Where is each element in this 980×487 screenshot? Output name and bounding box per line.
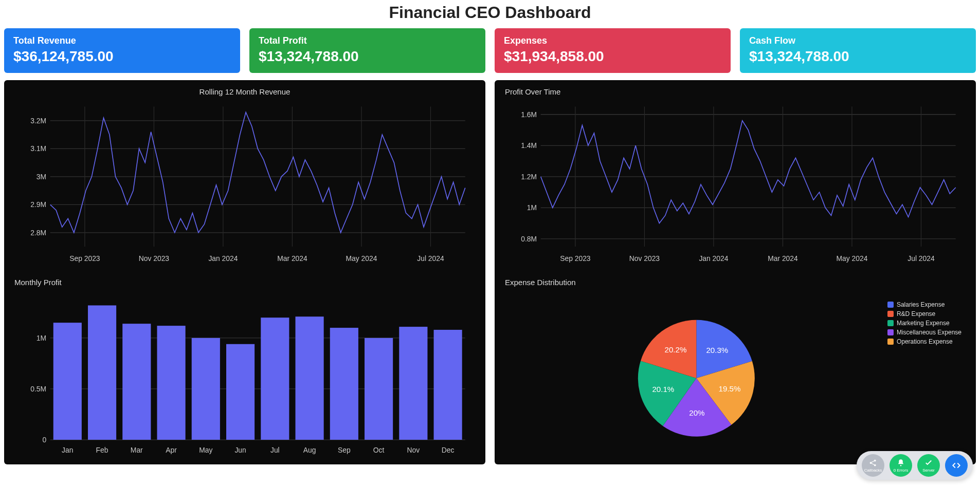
kpi-label: Cash Flow <box>749 35 967 46</box>
kpi-row: Total Revenue$36,124,785.00Total Profit$… <box>0 28 980 80</box>
svg-text:Dec: Dec <box>442 446 455 454</box>
chart-monthly-profit-plot[interactable]: 00.5M1MJanFebMarAprMayJunJulAugSepOctNov… <box>11 291 478 459</box>
bell-icon <box>896 458 905 464</box>
svg-text:1M: 1M <box>527 203 537 212</box>
share-icon <box>868 458 878 464</box>
svg-text:3.1M: 3.1M <box>30 144 46 153</box>
svg-text:Nov 2023: Nov 2023 <box>139 254 170 263</box>
svg-rect-42 <box>296 316 324 440</box>
svg-text:0.8M: 0.8M <box>521 235 537 243</box>
chart-title: Monthly Profit <box>11 278 478 287</box>
svg-rect-32 <box>122 324 151 440</box>
pie-legend[interactable]: Salaries ExpenseR&D ExpenseMarketing Exp… <box>887 301 961 347</box>
kpi-value: $13,324,788.00 <box>749 48 967 65</box>
svg-text:Sep 2023: Sep 2023 <box>69 254 100 263</box>
svg-text:1.6M: 1.6M <box>521 110 537 119</box>
svg-text:Nov: Nov <box>407 446 420 454</box>
code-icon <box>952 461 961 464</box>
svg-rect-40 <box>261 317 289 440</box>
svg-text:Jun: Jun <box>234 446 246 454</box>
svg-text:May 2024: May 2024 <box>346 254 377 263</box>
legend-item[interactable]: Operations Expense <box>887 338 961 345</box>
svg-rect-36 <box>192 338 220 440</box>
server-button[interactable]: Server <box>917 454 940 464</box>
svg-text:2.9M: 2.9M <box>30 200 46 209</box>
chart-revenue: Rolling 12 Month Revenue 2.8M2.9M3M3.1M3… <box>4 80 485 464</box>
svg-text:Aug: Aug <box>303 446 316 454</box>
svg-rect-30 <box>88 305 116 440</box>
svg-line-83 <box>872 463 875 464</box>
chart-title: Profit Over Time <box>502 87 969 96</box>
legend-item[interactable]: Marketing Expense <box>887 320 961 327</box>
errors-button[interactable]: 0 Errors <box>890 454 912 464</box>
dev-toolbar: Callbacks 0 Errors Server <box>857 451 973 464</box>
svg-rect-46 <box>365 338 393 440</box>
kpi-value: $13,324,788.00 <box>259 48 476 65</box>
svg-text:2.8M: 2.8M <box>30 229 46 237</box>
svg-text:Jan 2024: Jan 2024 <box>699 254 728 263</box>
toggle-button[interactable] <box>945 454 968 464</box>
legend-item[interactable]: Miscellaneous Expense <box>887 329 961 336</box>
kpi-label: Total Profit <box>259 35 476 46</box>
svg-rect-44 <box>330 328 358 440</box>
svg-text:1M: 1M <box>37 334 46 342</box>
svg-text:20.1%: 20.1% <box>652 385 674 394</box>
callbacks-button[interactable]: Callbacks <box>862 454 884 464</box>
kpi-value: $36,124,785.00 <box>13 48 231 65</box>
svg-text:Jul 2024: Jul 2024 <box>908 254 935 263</box>
legend-item[interactable]: R&D Expense <box>887 310 961 317</box>
svg-text:Mar: Mar <box>131 446 143 454</box>
kpi-card: Expenses$31,934,858.00 <box>495 28 731 73</box>
svg-text:Mar 2024: Mar 2024 <box>277 254 307 263</box>
check-icon <box>924 458 933 464</box>
svg-text:1.4M: 1.4M <box>521 141 537 149</box>
svg-text:Jan: Jan <box>62 446 73 454</box>
kpi-label: Expenses <box>504 35 721 46</box>
svg-rect-34 <box>157 326 185 440</box>
svg-text:Apr: Apr <box>166 446 177 454</box>
kpi-card: Total Profit$13,324,788.00 <box>249 28 485 73</box>
svg-text:0.5M: 0.5M <box>30 385 46 393</box>
chart-profit: Profit Over Time 0.8M1M1.2M1.4M1.6MSep 2… <box>495 80 976 464</box>
svg-rect-50 <box>434 330 462 440</box>
kpi-card: Total Revenue$36,124,785.00 <box>4 28 240 73</box>
svg-text:May 2024: May 2024 <box>837 254 868 263</box>
svg-text:May: May <box>199 446 212 454</box>
svg-text:20.2%: 20.2% <box>665 345 687 354</box>
legend-item[interactable]: Salaries Expense <box>887 301 961 308</box>
svg-text:3M: 3M <box>37 173 46 181</box>
kpi-label: Total Revenue <box>13 35 231 46</box>
svg-text:Feb: Feb <box>96 446 108 454</box>
svg-text:Mar 2024: Mar 2024 <box>768 254 798 263</box>
chart-profit-plot[interactable]: 0.8M1M1.2M1.4M1.6MSep 2023Nov 2023Jan 20… <box>502 100 969 269</box>
svg-text:20.3%: 20.3% <box>706 345 728 354</box>
svg-text:Jan 2024: Jan 2024 <box>208 254 238 263</box>
chart-title: Expense Distribution <box>502 278 969 287</box>
svg-text:1.2M: 1.2M <box>521 173 537 181</box>
svg-text:20%: 20% <box>689 408 704 417</box>
chart-title: Rolling 12 Month Revenue <box>11 87 478 96</box>
svg-text:Nov 2023: Nov 2023 <box>629 254 660 263</box>
svg-text:19.5%: 19.5% <box>719 384 741 393</box>
svg-rect-28 <box>53 323 82 440</box>
page-title: Financial CEO Dashboard <box>0 0 980 28</box>
kpi-value: $31,934,858.00 <box>504 48 721 65</box>
svg-line-82 <box>872 461 875 462</box>
svg-text:0: 0 <box>42 436 46 444</box>
chart-revenue-plot[interactable]: 2.8M2.9M3M3.1M3.2MSep 2023Nov 2023Jan 20… <box>11 100 478 269</box>
svg-text:Sep 2023: Sep 2023 <box>560 254 591 263</box>
svg-rect-48 <box>399 327 427 440</box>
kpi-card: Cash Flow$13,324,788.00 <box>740 28 976 73</box>
svg-text:Oct: Oct <box>373 446 385 454</box>
svg-text:Jul 2024: Jul 2024 <box>417 254 444 263</box>
svg-text:3.2M: 3.2M <box>30 117 46 125</box>
svg-text:Sep: Sep <box>338 446 351 454</box>
svg-text:Jul: Jul <box>270 446 280 454</box>
svg-rect-38 <box>226 344 255 440</box>
